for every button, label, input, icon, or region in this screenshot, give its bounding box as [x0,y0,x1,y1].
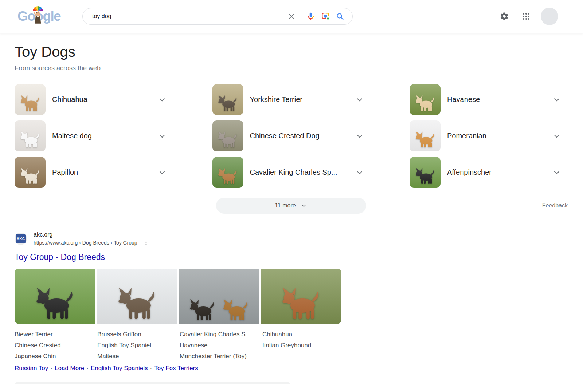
chevron-down-icon[interactable] [552,131,562,141]
result-image[interactable] [97,269,177,324]
results-main: Toy Dogs From sources across the web Chi… [15,44,568,384]
list-item[interactable]: Chinese Crested [15,340,97,351]
result-image[interactable] [179,269,259,324]
close-icon [287,12,296,20]
search-submit-button[interactable] [333,9,347,24]
breed-image[interactable] [410,120,441,151]
sitelink[interactable]: Load More [55,365,84,372]
breed-image[interactable] [410,157,441,188]
top-app-bar: Google [0,0,583,33]
list-item[interactable]: Brussels Griffon [97,329,180,340]
dog-illustration [413,166,437,186]
page-title: Toy Dogs [15,44,568,60]
list-item[interactable]: Havanese [180,340,262,351]
breed-name: Havanese [447,95,480,104]
more-section: 11 more Feedback [15,190,568,228]
dot-separator: · [48,365,55,372]
microphone-icon [306,12,316,21]
page-subtitle: From sources across the web [15,64,568,72]
result-image[interactable] [15,269,95,324]
result-options-button[interactable] [142,239,150,246]
dog-illustration [216,129,240,149]
result-image-strip[interactable] [15,269,341,324]
dot-separator: · [84,365,91,372]
breed-card[interactable]: Affenpinscher [410,154,568,190]
account-avatar[interactable] [541,8,558,25]
list-item[interactable]: Maltese [97,351,180,362]
akc-favicon: AKC [16,234,26,243]
chevron-down-icon[interactable] [157,131,167,141]
dog-illustration [31,283,79,322]
chevron-down-icon[interactable] [157,167,167,178]
breed-card[interactable]: Pomeranian [410,118,568,154]
chevron-down-icon[interactable] [157,95,167,105]
google-logo-text: Google [17,9,60,24]
chevron-down-icon[interactable] [355,95,365,105]
gear-icon [500,12,509,21]
settings-button[interactable] [497,9,512,24]
google-lens-button[interactable] [318,9,333,24]
list-item[interactable]: English Toy Spaniel [97,340,180,351]
breed-list-column: Biewer Terrier Chinese Crested Japanese … [15,329,97,362]
chevron-down-icon[interactable] [355,131,365,141]
sitelinks-row: Russian Toy·Load More·English Toy Spanie… [15,365,568,372]
breed-card[interactable]: Chinese Crested Dog [212,118,371,154]
chevron-down-icon[interactable] [552,167,562,178]
list-item[interactable]: Japanese Chin [15,351,97,362]
breed-card[interactable]: Papillon [15,154,173,190]
dog-illustration [113,283,161,322]
list-item[interactable]: Biewer Terrier [15,329,97,340]
next-section-peek [15,382,290,384]
dog-illustration [18,129,42,149]
sitelink[interactable]: Toy Fox Terriers [154,365,198,372]
apps-grid-icon [522,12,531,21]
site-favicon: AKC [15,233,27,245]
breed-image[interactable] [212,120,243,151]
result-site-row: AKC akc.org https://www.akc.org › Dog Br… [15,231,568,246]
breed-image[interactable] [15,120,46,151]
result-title-link[interactable]: Toy Group - Dog Breeds [15,252,105,262]
chevron-down-icon[interactable] [552,95,562,105]
chevron-down-icon [300,202,308,209]
voice-search-button[interactable] [304,9,318,24]
dog-illustration [18,166,42,186]
search-bar[interactable] [82,8,353,25]
sitelink[interactable]: Russian Toy [15,365,48,372]
list-item[interactable]: Chihuahua [262,329,345,340]
breed-image[interactable] [15,84,46,115]
breed-name: Cavalier King Charles Sp... [250,168,337,177]
list-item[interactable]: Italian Greyhound [262,340,345,351]
breed-image[interactable] [212,157,243,188]
show-more-label: 11 more [275,202,296,209]
breed-image[interactable] [410,84,441,115]
site-name: akc.org [34,231,150,238]
breed-name: Pomeranian [447,132,486,140]
breed-card[interactable]: Yorkshire Terrier [212,82,371,118]
google-apps-button[interactable] [519,9,533,24]
breed-card[interactable]: Maltese dog [15,118,173,154]
clear-search-button[interactable] [284,9,299,24]
search-input[interactable] [92,13,284,20]
breed-image[interactable] [15,157,46,188]
chevron-down-icon[interactable] [355,167,365,178]
dog-illustration [220,296,251,322]
breed-card[interactable]: Havanese [410,82,568,118]
dog-illustration [216,93,240,113]
breed-list-column: Cavalier King Charles S... Havanese Manc… [180,329,262,362]
breed-card[interactable]: Cavalier King Charles Sp... [212,154,371,190]
show-more-button[interactable]: 11 more [216,198,366,214]
dog-illustration [413,129,437,149]
breed-image[interactable] [212,84,243,115]
list-item[interactable]: Manchester Terrier (Toy) [180,351,262,362]
search-divider [301,12,301,21]
breed-name: Chinese Crested Dog [250,132,320,140]
dog-illustration [413,93,437,113]
breed-card[interactable]: Chihuahua [15,82,173,118]
breed-name: Papillon [52,168,78,177]
three-dots-icon [143,240,149,246]
sitelink[interactable]: English Toy Spaniels [91,365,148,372]
list-item[interactable]: Cavalier King Charles S... [180,329,262,340]
google-logo[interactable]: Google [17,9,60,24]
feedback-link[interactable]: Feedback [542,202,568,209]
result-image[interactable] [261,269,341,324]
